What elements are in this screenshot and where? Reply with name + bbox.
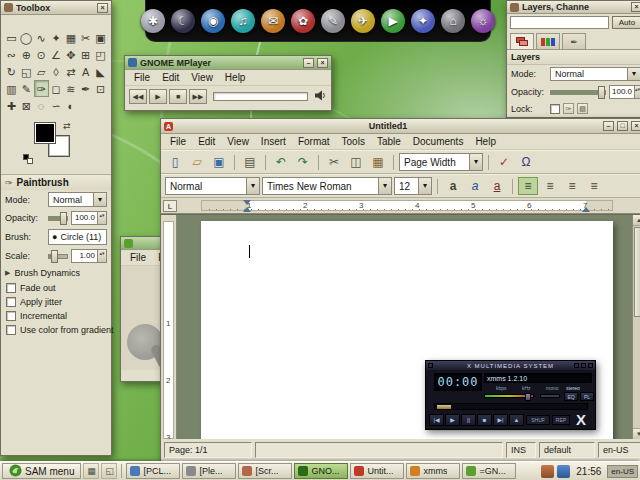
align-right-icon[interactable]: ≡ xyxy=(562,177,582,195)
close-icon[interactable]: × xyxy=(317,58,328,68)
close-icon[interactable] xyxy=(588,363,593,368)
align-justify-icon[interactable]: ≡ xyxy=(584,177,604,195)
checkbox-icon[interactable] xyxy=(6,311,16,321)
next-button[interactable]: ▶| xyxy=(493,414,508,426)
airbrush-tool-icon[interactable]: ≋ xyxy=(63,80,78,97)
taskbar-task[interactable]: [Scr... xyxy=(238,463,292,479)
italic-icon[interactable]: a xyxy=(465,177,485,195)
xmms-titlebar[interactable]: X MULTIMEDIA SYSTEM xyxy=(426,361,595,370)
paths-tab[interactable]: ✒ xyxy=(562,33,586,49)
track-title-display[interactable]: xmms 1.2.10 xyxy=(484,373,592,383)
show-desktop-icon[interactable]: ▦ xyxy=(83,463,99,479)
menu-help[interactable]: Help xyxy=(469,135,502,148)
spinner-arrows-icon[interactable]: ▴▾ xyxy=(97,250,106,262)
swap-colors-icon[interactable]: ⇄ xyxy=(63,121,71,131)
option-apply-jitter[interactable]: Apply jitter xyxy=(1,295,111,309)
heal-tool-icon[interactable]: ✚ xyxy=(4,97,19,114)
stop-button[interactable]: ■ xyxy=(477,414,492,426)
save-icon[interactable]: ▣ xyxy=(209,153,229,171)
foreground-select-tool-icon[interactable]: ▣ xyxy=(93,29,108,46)
open-icon[interactable]: ▱ xyxy=(187,153,207,171)
opacity-spinner[interactable]: 100.0 ▴▾ xyxy=(71,211,107,225)
volume-icon[interactable] xyxy=(314,89,327,104)
scissors-select-tool-icon[interactable]: ✂ xyxy=(78,29,93,46)
brush-dynamics-expander[interactable]: ▶ Brush Dynamics xyxy=(1,265,111,281)
stop-button[interactable]: ■ xyxy=(169,89,187,104)
menu-file[interactable]: File xyxy=(164,135,192,148)
taskbar-task[interactable]: Untit... xyxy=(350,463,404,479)
chevron-down-icon[interactable]: ▾ xyxy=(246,178,259,194)
font-combobox[interactable]: Times New Roman ▾ xyxy=(262,177,392,195)
dock-icon-3[interactable]: ◉ xyxy=(201,9,225,33)
shuffle-toggle[interactable]: SHUF xyxy=(526,415,550,425)
menu-view[interactable]: View xyxy=(221,135,255,148)
channels-tab[interactable] xyxy=(536,33,560,49)
layers-titlebar[interactable]: Layers, Channe × xyxy=(507,1,640,14)
menu-edit[interactable]: Edit xyxy=(192,135,221,148)
previous-button[interactable]: ◀◀ xyxy=(129,89,147,104)
minimize-icon[interactable] xyxy=(574,363,579,368)
volume-slider[interactable] xyxy=(484,394,534,398)
shade-icon[interactable] xyxy=(581,363,586,368)
minimize-icon[interactable]: – xyxy=(603,121,614,131)
dock-icon-10[interactable]: ✦ xyxy=(411,9,435,33)
menu-view[interactable]: View xyxy=(185,71,219,84)
align-left-icon[interactable]: ≡ xyxy=(518,177,538,195)
crop-tool-icon[interactable]: ◰ xyxy=(93,46,108,63)
dock-icon-1[interactable]: ✱ xyxy=(141,9,165,33)
fuzzy-select-tool-icon[interactable]: ✦ xyxy=(49,29,64,46)
paths-tool-icon[interactable]: ∾ xyxy=(4,46,19,63)
menu-file[interactable]: File xyxy=(128,71,156,84)
smudge-tool-icon[interactable]: ∽ xyxy=(49,97,64,114)
style-combobox[interactable]: Normal ▾ xyxy=(165,177,260,195)
abiword-titlebar[interactable]: A Untitled1 – □ × xyxy=(161,119,640,134)
clone-tool-icon[interactable]: ⊡ xyxy=(93,80,108,97)
vertical-ruler[interactable]: 123 xyxy=(161,215,177,439)
spinner-arrows-icon[interactable]: ▴▾ xyxy=(634,86,640,98)
slider-handle[interactable] xyxy=(525,393,531,401)
tray-icon-1[interactable] xyxy=(541,465,554,478)
scroll-down-icon[interactable]: ▼ xyxy=(633,428,640,439)
seek-bar[interactable] xyxy=(434,403,588,410)
pause-button[interactable]: || xyxy=(461,414,476,426)
menu-insert[interactable]: Insert xyxy=(255,135,292,148)
insert-mode-indicator[interactable]: INS xyxy=(506,442,536,458)
perspective-clone-tool-icon[interactable]: ⊠ xyxy=(19,97,34,114)
menu-format[interactable]: Format xyxy=(292,135,336,148)
bold-icon[interactable]: a xyxy=(443,177,463,195)
auto-button[interactable]: Auto xyxy=(612,16,640,29)
spinner-arrows-icon[interactable]: ▴▾ xyxy=(97,212,106,224)
seek-bar[interactable] xyxy=(213,92,308,101)
eject-button[interactable]: ▲ xyxy=(509,414,524,426)
layers-tab[interactable] xyxy=(510,33,534,49)
checkbox-icon[interactable] xyxy=(6,283,16,293)
dock-icon-12[interactable]: ☼ xyxy=(471,9,495,33)
horizontal-ruler[interactable]: L 1234567 xyxy=(161,198,640,214)
blend-tool-icon[interactable]: ▥ xyxy=(4,80,19,97)
sam-menu-button[interactable]: SAM menu xyxy=(2,463,81,479)
scroll-up-icon[interactable]: ▲ xyxy=(633,215,640,226)
option-incremental[interactable]: Incremental xyxy=(1,309,111,323)
option-use-color-from-gradient[interactable]: Use color from gradient xyxy=(1,323,111,337)
taskbar-task[interactable]: [Ple... xyxy=(182,463,236,479)
toolbox-drag-area[interactable] xyxy=(1,15,111,27)
menu-tools[interactable]: Tools xyxy=(336,135,371,148)
close-icon[interactable]: × xyxy=(97,3,108,13)
foreground-color-swatch[interactable] xyxy=(35,123,55,143)
chevron-down-icon[interactable]: ▾ xyxy=(93,193,106,206)
repeat-toggle[interactable]: REP xyxy=(552,415,570,425)
spellcheck-icon[interactable]: ✓ xyxy=(494,153,514,171)
pencil-tool-icon[interactable]: ✎ xyxy=(19,80,34,97)
previous-button[interactable]: |◀ xyxy=(429,414,444,426)
paintbrush-tool-icon[interactable]: ✑ xyxy=(34,80,49,97)
blur-sharpen-tool-icon[interactable]: ◌ xyxy=(34,97,49,114)
seek-handle[interactable] xyxy=(437,405,451,409)
undo-icon[interactable]: ↶ xyxy=(271,153,291,171)
print-icon[interactable]: ▤ xyxy=(240,153,260,171)
dock-icon-11[interactable]: ⌂ xyxy=(441,9,465,33)
close-icon[interactable]: × xyxy=(631,121,640,131)
lock-pixels-icon[interactable]: ✑ xyxy=(563,103,574,114)
image-selector-combobox[interactable] xyxy=(510,16,609,29)
chevron-down-icon[interactable]: ▾ xyxy=(627,68,640,80)
shear-tool-icon[interactable]: ▱ xyxy=(34,63,49,80)
